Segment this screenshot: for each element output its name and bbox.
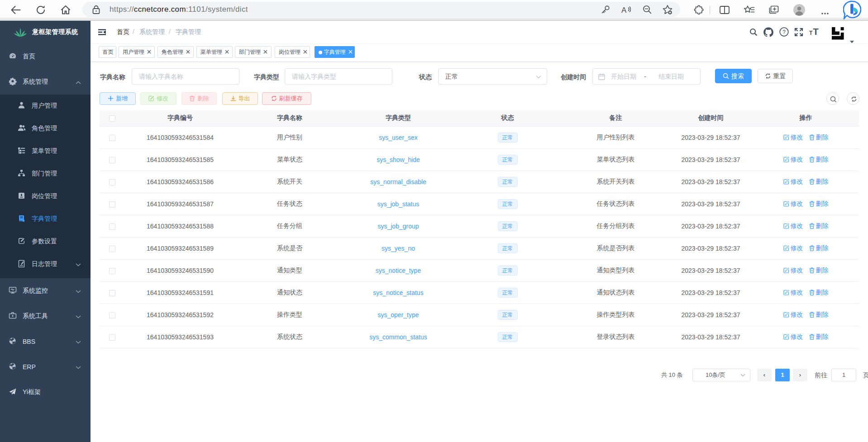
svg-text:A: A <box>621 6 627 14</box>
svg-text:T: T <box>813 28 819 36</box>
svg-text:?: ? <box>782 29 786 35</box>
svg-text:T: T <box>809 30 813 36</box>
